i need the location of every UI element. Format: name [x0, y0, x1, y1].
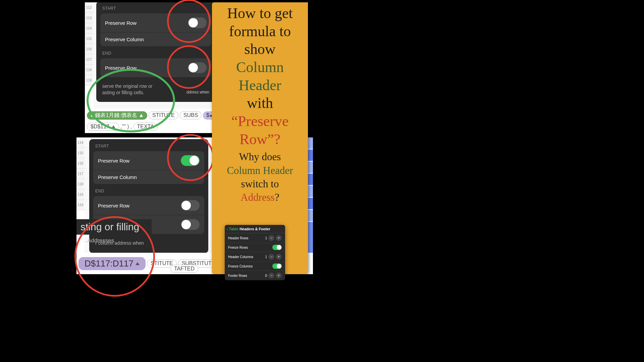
row-num: 115 — [76, 148, 85, 158]
row-num: 117 — [76, 169, 85, 179]
start-section-label: START — [96, 6, 215, 13]
label: Preserve Row — [98, 203, 129, 208]
label: Header Rows — [228, 236, 249, 240]
freeze-columns-toggle[interactable] — [272, 263, 282, 269]
increment-button[interactable]: + — [276, 254, 282, 260]
fn-tafted[interactable]: TAFTED — [170, 265, 198, 273]
ref-token-header[interactable]: ⬥ 錢表1月錢:價表名 ▲ — [87, 111, 147, 120]
fn-substitute-partial[interactable]: STITUTE — [149, 111, 178, 119]
header-columns-row: Header Columns 1 − + — [225, 252, 285, 262]
callout-line: show — [245, 41, 276, 57]
label: Preserve Row — [105, 20, 137, 26]
row-num: 118 — [76, 179, 85, 189]
row-gutter: 112 113 114 115 116 117 118 119 — [85, 2, 93, 85]
freeze-rows-toggle[interactable] — [272, 245, 282, 250]
ref-token-range[interactable]: D$117:D117 — [78, 257, 146, 270]
label: Freeze Columns — [228, 264, 253, 268]
back-to-table[interactable]: ‹ Table — [227, 227, 238, 231]
toggle-start-preserve-row[interactable] — [188, 17, 207, 28]
panel-title: Headers & Footer — [239, 227, 270, 231]
label: Freeze Rows — [228, 246, 248, 249]
row-num: 118 — [85, 65, 93, 75]
value: 0 — [265, 274, 267, 278]
hint-addresses: . .Addresses — [83, 237, 114, 244]
decrement-button[interactable]: − — [268, 235, 274, 241]
start-section-label: START — [89, 144, 208, 151]
label: Preserve Row — [98, 158, 129, 164]
callout-line: with — [247, 95, 273, 111]
ref-token-d117[interactable]: $D$117 — [87, 123, 119, 131]
row-gutter: 114 115 116 117 118 119 119 — [76, 137, 85, 210]
callout-line: Row”? — [239, 131, 280, 147]
toggle-start-preserve-row-on[interactable] — [181, 155, 200, 166]
toggle-end-preserve-column[interactable] — [181, 219, 200, 230]
label: Preserve Row — [105, 65, 137, 71]
reference-popover-bottom: START Preserve Row Preserve Column END P… — [89, 139, 208, 253]
row-num: 117 — [85, 54, 93, 65]
increment-button[interactable]: + — [276, 235, 282, 241]
label: Preserve Column — [98, 174, 137, 180]
callout-sub: Column Header — [227, 165, 293, 176]
callout-line: formula to — [229, 23, 291, 40]
fn-texta[interactable]: TEXTA — [133, 123, 158, 131]
row-num: 114 — [76, 137, 85, 148]
row-num: 113 — [85, 13, 93, 23]
callout-line: Header — [238, 77, 281, 94]
callout-sub: ? — [275, 191, 279, 203]
freeze-columns-row: Freeze Columns — [225, 262, 285, 271]
decrement-button[interactable]: − — [268, 273, 274, 279]
decrement-button[interactable]: − — [268, 254, 274, 260]
callout-sub: Address — [240, 191, 275, 203]
headers-footer-panel: ‹ Table Headers & Footer Header Rows 1 −… — [225, 225, 285, 280]
end-preserve-row[interactable]: Preserve Row — [93, 196, 204, 215]
increment-button[interactable]: + — [276, 273, 282, 279]
chevron-up-icon — [111, 125, 115, 128]
row-num: 116 — [85, 44, 93, 54]
label: Footer Rows — [228, 274, 247, 278]
callout-sub: Why does — [239, 151, 281, 163]
chevron-up-icon — [136, 262, 140, 265]
hint-text: serve the original row or asting or fill… — [96, 82, 215, 99]
end-preserve-row[interactable]: Preserve Row — [100, 58, 211, 77]
fn-substitute-partial2[interactable]: SUBS — [180, 111, 202, 119]
callout-sub: switch to — [241, 178, 279, 190]
row-num: 116 — [76, 158, 85, 169]
reference-popover-top: START Preserve Row Preserve Column END P… — [96, 2, 215, 102]
start-preserve-row[interactable]: Preserve Row — [100, 13, 211, 32]
magnified-hint: sting or filling — [76, 219, 152, 235]
row-num: 119 — [76, 189, 85, 200]
start-preserve-row[interactable]: Preserve Row — [93, 151, 204, 170]
freeze-rows-row: Freeze Rows — [225, 243, 285, 252]
callout-line: “Preserve — [231, 113, 288, 129]
toggle-end-preserve-row[interactable] — [188, 62, 207, 73]
footer-rows-row: Footer Rows 0 − + — [225, 271, 285, 280]
value: 1 — [265, 255, 267, 259]
toggle-end-preserve-row[interactable] — [181, 200, 200, 211]
end-section-label: END — [89, 189, 208, 196]
formula-text: ,"" ) , — [120, 124, 132, 130]
label: Preserve Column — [105, 37, 144, 42]
label: Header Columns — [228, 255, 253, 259]
start-preserve-column[interactable]: Preserve Column — [100, 32, 211, 46]
row-num: 119 — [85, 75, 93, 85]
row-num: 114 — [85, 23, 93, 34]
row-num: 112 — [85, 2, 93, 13]
row-num: 115 — [85, 34, 93, 44]
start-preserve-column[interactable]: Preserve Column — [93, 170, 204, 184]
row-num: 119 — [76, 200, 85, 210]
header-rows-row: Header Rows 1 − + — [225, 233, 285, 243]
end-section-label: END — [96, 51, 215, 58]
value: 1 — [265, 236, 267, 240]
callout-line: Column — [236, 59, 284, 75]
callout-line: How to get — [227, 5, 293, 21]
